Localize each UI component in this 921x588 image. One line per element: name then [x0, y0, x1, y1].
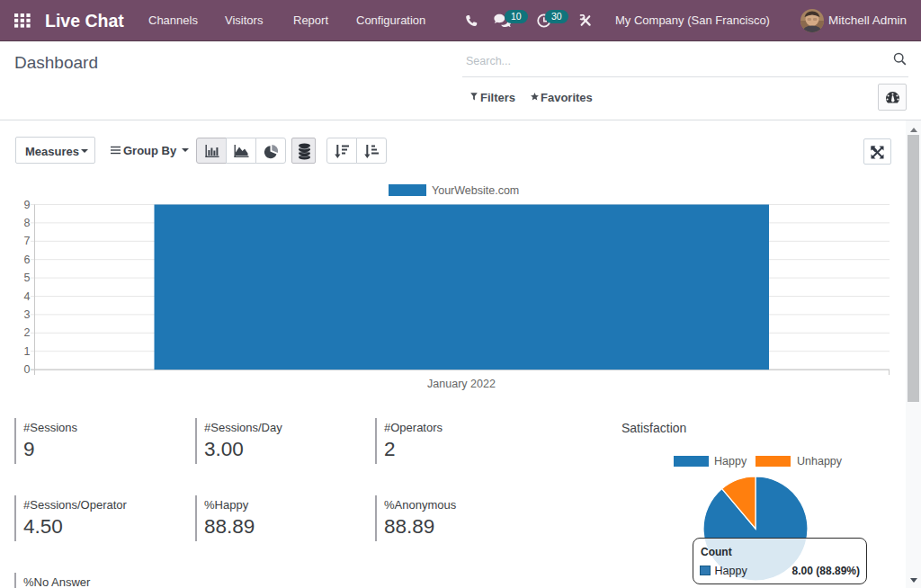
- svg-text:0: 0: [24, 363, 31, 376]
- svg-text:3: 3: [24, 308, 31, 321]
- svg-text:January 2022: January 2022: [427, 378, 496, 390]
- svg-text:5: 5: [24, 272, 31, 284]
- svg-text:9: 9: [24, 199, 31, 211]
- svg-text:6: 6: [24, 254, 31, 266]
- svg-text:2: 2: [24, 326, 31, 339]
- svg-text:8: 8: [24, 217, 31, 229]
- svg-text:1: 1: [24, 345, 31, 358]
- svg-text:4: 4: [24, 290, 31, 303]
- svg-text:7: 7: [24, 235, 31, 247]
